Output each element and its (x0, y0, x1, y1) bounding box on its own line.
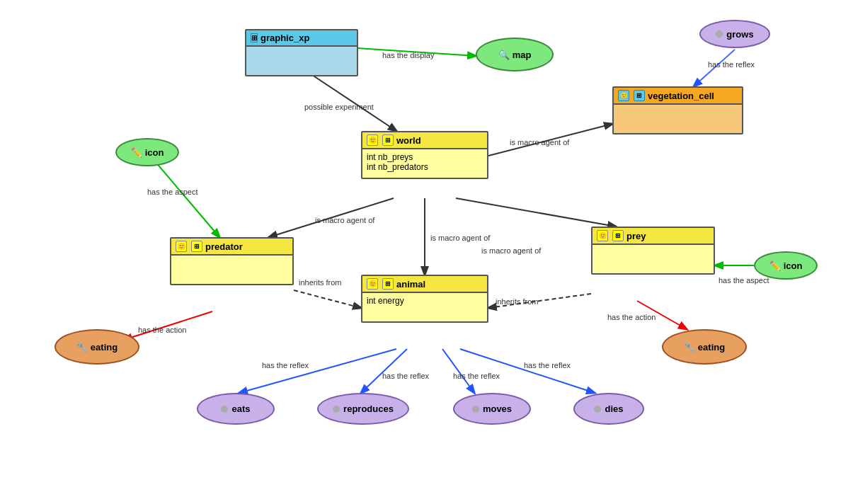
veg-grid-icon: 🙂 (618, 90, 629, 101)
svg-line-13 (239, 349, 396, 393)
label-is-macro-veg: is macro agent of (510, 138, 569, 147)
world-node[interactable]: 🙂 ⊞ world int nb_preys int nb_predators (361, 131, 488, 179)
reproduces-icon (333, 406, 340, 413)
animal-smiley-icon: 🙂 (367, 278, 378, 290)
prey-label: prey (626, 231, 646, 241)
dies-label: dies (605, 403, 623, 414)
eating-right-label: eating (698, 342, 725, 353)
svg-line-2 (694, 50, 735, 86)
map-label: map (513, 50, 532, 60)
eating-left-label: eating (91, 342, 118, 353)
svg-line-12 (637, 301, 687, 329)
label-is-macro-prey: is macro agent of (481, 246, 541, 255)
label-is-macro-animal: is macro agent of (430, 234, 490, 242)
predator-label: predator (205, 241, 243, 252)
vegetation-cell-header: 🙂 ⊞ vegetation_cell (614, 88, 742, 105)
pencil-left-icon: ✏️ (131, 147, 142, 158)
moves-icon (472, 406, 479, 413)
label-has-reflex-repr: has the reflex (382, 372, 429, 380)
animal-header: 🙂 ⊞ animal (362, 276, 487, 293)
reproduces-label: reproduces (343, 403, 394, 414)
vegetation-cell-label: vegetation_cell (648, 91, 714, 101)
map-node[interactable]: 🔍 map (476, 38, 554, 71)
graphic-xp-label: graphic_xp (261, 33, 309, 43)
vegetation-cell-node[interactable]: 🙂 ⊞ vegetation_cell (612, 86, 743, 134)
graphic-xp-header: ⊞ graphic_xp (246, 30, 357, 47)
animal-node[interactable]: 🙂 ⊞ animal int energy (361, 275, 488, 323)
graphic-xp-node[interactable]: ⊞ graphic_xp (245, 29, 358, 76)
svg-line-16 (460, 349, 595, 393)
label-has-reflex-grows: has the reflex (708, 60, 755, 69)
reproduces-node[interactable]: reproduces (317, 393, 409, 425)
grid-icon: ⊞ (251, 33, 258, 42)
prey-header: 🙂 ⊞ prey (592, 228, 714, 245)
eating-right-icon: 🔧 (684, 342, 695, 353)
svg-line-14 (361, 349, 407, 393)
label-inherits-pred: inherits from (299, 278, 342, 287)
connections-svg (0, 0, 853, 504)
predator-body (171, 256, 292, 284)
world-header: 🙂 ⊞ world (362, 132, 487, 149)
predator-node[interactable]: 🙂 ⊞ predator (170, 237, 294, 285)
prey-smiley-icon: 🙂 (597, 230, 608, 241)
label-is-macro-pred: is macro agent of (315, 216, 374, 224)
svg-line-0 (358, 48, 476, 56)
svg-line-6 (456, 198, 616, 227)
svg-line-8 (294, 290, 361, 308)
diagram: has the display possible experiment has … (0, 0, 853, 504)
pencil-right-icon: ✏️ (769, 260, 781, 271)
prey-grid-icon: ⊞ (612, 230, 624, 241)
icon-left-label: icon (145, 147, 164, 158)
label-has-action-left: has the action (138, 326, 187, 334)
eats-label: eats (231, 403, 250, 414)
world-grid-icon: ⊞ (382, 134, 394, 146)
predator-smiley-icon: 🙂 (176, 241, 187, 252)
animal-body: int energy (362, 293, 487, 321)
svg-line-5 (269, 198, 394, 237)
label-has-reflex-eats: has the reflex (262, 361, 309, 370)
grows-node[interactable]: grows (699, 20, 770, 48)
veg-grid2-icon: ⊞ (634, 90, 645, 101)
eating-left-icon: 🔧 (76, 342, 88, 353)
dies-icon (594, 406, 601, 413)
svg-line-1 (302, 68, 396, 131)
svg-line-4 (488, 124, 612, 156)
predator-grid-icon: ⊞ (191, 241, 202, 252)
eats-node[interactable]: eats (197, 393, 275, 425)
label-has-action-right: has the action (607, 313, 656, 321)
label-has-aspect-left: has the aspect (147, 188, 198, 196)
icon-left-node[interactable]: ✏️ icon (115, 138, 179, 166)
predator-header: 🙂 ⊞ predator (171, 239, 292, 256)
icon-right-node[interactable]: ✏️ icon (754, 251, 818, 280)
grows-icon (716, 30, 723, 38)
label-has-reflex-dies: has the reflex (524, 361, 571, 370)
world-smiley-icon: 🙂 (367, 134, 378, 146)
graphic-xp-body (246, 47, 357, 75)
animal-grid-icon: ⊞ (382, 278, 394, 290)
animal-label: animal (396, 279, 425, 290)
prey-body (592, 245, 714, 273)
svg-line-15 (442, 349, 474, 393)
svg-line-11 (124, 311, 212, 340)
label-has-reflex-moves: has the reflex (453, 372, 500, 380)
dies-node[interactable]: dies (573, 393, 644, 425)
vegetation-cell-body (614, 105, 742, 133)
label-possible-experiment: possible experiment (304, 103, 374, 111)
prey-node[interactable]: 🙂 ⊞ prey (591, 227, 715, 275)
eats-icon (221, 406, 228, 413)
world-label: world (396, 135, 421, 146)
world-body: int nb_preys int nb_predators (362, 149, 487, 178)
label-has-display: has the display (382, 51, 434, 59)
animal-field-1: int energy (367, 296, 483, 306)
world-field-1: int nb_preys (367, 152, 483, 162)
eating-left-node[interactable]: 🔧 eating (55, 329, 139, 365)
label-has-aspect-right: has the aspect (719, 276, 769, 285)
eating-right-node[interactable]: 🔧 eating (662, 329, 747, 365)
grows-label: grows (726, 29, 753, 40)
world-field-2: int nb_predators (367, 162, 483, 172)
moves-label: moves (483, 403, 512, 414)
moves-node[interactable]: moves (453, 393, 531, 425)
icon-right-label: icon (784, 260, 803, 271)
label-inherits-prey: inherits from (496, 297, 539, 306)
svg-line-9 (488, 294, 591, 308)
